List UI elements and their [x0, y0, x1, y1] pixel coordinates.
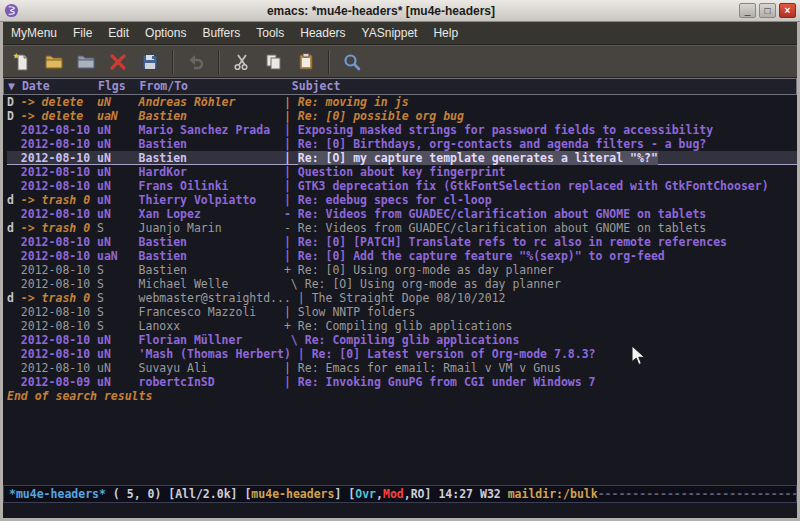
menu-item-file[interactable]: File [65, 22, 100, 45]
search-icon [342, 52, 362, 72]
paste-button[interactable] [291, 48, 321, 75]
thread-separator: | [284, 109, 298, 123]
message-row[interactable]: d-> trash 0Swebmaster@straightd...| The … [7, 291, 797, 305]
message-row[interactable]: 2012-08-10SMichael Welle \ Re: [O] Using… [7, 277, 797, 291]
column-header-date[interactable]: ▼ Date [8, 79, 98, 94]
titlebar[interactable]: emacs: *mu4e-headers* [mu4e-headers] _ □… [0, 0, 800, 22]
subject-cell: Re: [0] Latest version of Org-mode 7.8.3… [312, 347, 596, 361]
close-button[interactable]: × [779, 3, 796, 18]
message-row[interactable]: 2012-08-10uNBastien| Re: [0] Birthdays, … [7, 137, 797, 151]
message-row[interactable]: 2012-08-10SLanoxx+ Re: Compiling glib ap… [7, 319, 797, 333]
message-row[interactable]: 2012-08-10uNSuvayu Ali| Re: Emacs for em… [7, 361, 797, 375]
column-header-from[interactable]: From/To [140, 79, 292, 94]
subject-cell: GTK3 deprecation fix (GtkFontSelection r… [298, 179, 769, 193]
date-cell: -> delete [21, 109, 97, 123]
close-buffer-icon [108, 52, 128, 72]
message-row[interactable]: d-> trash 0uNThierry Volpiatto| Re: edeb… [7, 193, 797, 207]
message-row[interactable]: 2012-08-10uNFlorian Müllner \ Re: Compil… [7, 333, 797, 347]
message-row[interactable]: D-> deleteuNAndreas Röhler| Re: moving i… [7, 95, 797, 109]
window-controls: _ □ × [739, 3, 796, 18]
flags-cell: uN [97, 207, 139, 221]
date-cell: 2012-08-10 [21, 123, 97, 137]
subject-cell: Re: Invoking GnuPG from CGI under Window… [298, 375, 596, 389]
mark-cell [7, 179, 21, 193]
message-row[interactable]: 2012-08-10SFrancesco Mazzoli| Slow NNTP … [7, 305, 797, 319]
flags-cell: uN [97, 137, 139, 151]
modeline-segment: ( 5, 0) [106, 487, 168, 501]
subject-cell: Slow NNTP folders [298, 305, 416, 319]
mark-cell [7, 151, 21, 165]
flags-cell: uN [97, 235, 139, 249]
message-row[interactable]: 2012-08-10uNBastien| Re: [0] [PATCH] Tra… [7, 235, 797, 249]
modeline-segment: mu4e-headers [251, 487, 334, 501]
from-cell: Bastien [139, 249, 284, 263]
menu-item-mymenu[interactable]: MyMenu [3, 22, 65, 45]
from-cell: Michael Welle [139, 277, 284, 291]
menu-item-help[interactable]: Help [425, 22, 466, 45]
message-row[interactable]: 2012-08-10uaNBastien| Re: [0] Add the ca… [7, 249, 797, 263]
minimize-button[interactable]: _ [739, 3, 756, 18]
undo-button[interactable] [181, 48, 211, 75]
maximize-button[interactable]: □ [759, 3, 776, 18]
flags-cell: uN [97, 95, 139, 109]
menu-item-yasnippet[interactable]: YASnippet [354, 22, 426, 45]
from-cell: Suvayu Ali [139, 361, 284, 375]
message-row[interactable]: 2012-08-10uNFrans Oilinki| GTK3 deprecat… [7, 179, 797, 193]
modeline-segment: , [404, 487, 411, 501]
date-cell: 2012-08-10 [21, 179, 97, 193]
message-row[interactable]: 2012-08-10SBastien+ Re: [0] Using org-mo… [7, 263, 797, 277]
modeline-segment: RO [411, 487, 425, 501]
modeline-segment: *mu4e-headers* [9, 487, 106, 501]
from-cell: Thierry Volpiatto [139, 193, 284, 207]
flags-cell: S [97, 221, 139, 235]
message-row[interactable]: 2012-08-09uNrobertcInSD| Re: Invoking Gn… [7, 375, 797, 389]
mark-cell [7, 319, 21, 333]
kill-buffer-button[interactable] [103, 48, 133, 75]
date-cell: 2012-08-10 [21, 249, 97, 263]
message-row[interactable]: D-> deleteuaNBastien| Re: [0] possible o… [7, 109, 797, 123]
message-row[interactable]: 2012-08-10uNBastien| Re: [O] my capture … [7, 151, 797, 165]
thread-separator: + [284, 263, 298, 277]
column-header-subject[interactable]: Subject [292, 79, 340, 94]
from-cell: webmaster@straightd... [139, 291, 298, 305]
flags-cell: uN [97, 179, 139, 193]
copy-button[interactable] [259, 48, 289, 75]
message-row[interactable]: 2012-08-10uNMario Sanchez Prada| Exposin… [7, 123, 797, 137]
menu-item-options[interactable]: Options [137, 22, 194, 45]
date-cell: -> trash 0 [21, 221, 97, 235]
directory-button[interactable] [71, 48, 101, 75]
mark-cell [7, 375, 21, 389]
mark-cell: d [7, 221, 21, 235]
message-row[interactable]: 2012-08-10uNXan Lopez- Re: Videos from G… [7, 207, 797, 221]
open-file-button[interactable] [39, 48, 69, 75]
cut-button[interactable] [227, 48, 257, 75]
message-row[interactable]: 2012-08-10uNHardKor| Question about key … [7, 165, 797, 179]
emacs-window: emacs: *mu4e-headers* [mu4e-headers] _ □… [0, 0, 800, 521]
message-row[interactable]: d-> trash 0SJuanjo Marin- Re: Videos fro… [7, 221, 797, 235]
menu-item-tools[interactable]: Tools [248, 22, 292, 45]
echo-area[interactable] [3, 503, 797, 518]
message-row[interactable]: 2012-08-10uN'Mash (Thomas Herbert)| Re: … [7, 347, 797, 361]
subject-cell: Re: Videos from GUADEC/clarification abo… [298, 221, 707, 235]
emacs-frame: MyMenuFileEditOptionsBuffersToolsHeaders… [0, 22, 800, 521]
modeline-segment: -------------------------------- [598, 487, 797, 501]
from-cell: Bastien [139, 235, 284, 249]
menu-item-edit[interactable]: Edit [100, 22, 137, 45]
subject-cell: Re: Compiling glib applications [305, 333, 520, 347]
column-header-flags[interactable]: Flgs [98, 79, 140, 94]
date-cell: 2012-08-10 [21, 263, 97, 277]
thread-separator: - [284, 207, 298, 221]
new-file-button[interactable] [7, 48, 37, 75]
menu-item-headers[interactable]: Headers [292, 22, 353, 45]
date-cell: 2012-08-10 [21, 165, 97, 179]
flags-cell: uN [97, 361, 139, 375]
subject-cell: The Straight Dope 08/10/2012 [312, 291, 506, 305]
search-button[interactable] [337, 48, 367, 75]
save-buffer-button[interactable] [135, 48, 165, 75]
mode-line[interactable]: *mu4e-headers* ( 5, 0) [All/2.0k] [mu4e-… [3, 485, 797, 503]
menu-item-buffers[interactable]: Buffers [194, 22, 248, 45]
end-of-results-text: End of search results [3, 389, 797, 403]
subject-cell: Re: [O] Using org-mode as day planner [305, 277, 561, 291]
cut-icon [232, 52, 252, 72]
from-cell: Bastien [139, 151, 284, 165]
